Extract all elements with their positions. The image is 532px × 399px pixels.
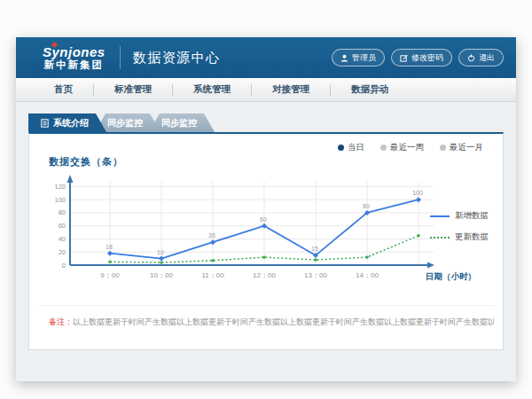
tab-system-intro[interactable]: 系统介绍	[28, 113, 106, 132]
header-divider	[120, 46, 121, 69]
svg-text:80: 80	[59, 208, 66, 216]
time-range-filter: 当日 最近一周 最近一月	[338, 142, 483, 153]
logout-button[interactable]: 退出	[458, 49, 504, 66]
nav-item-standards[interactable]: 标准管理	[94, 83, 172, 96]
svg-text:100: 100	[412, 190, 423, 196]
svg-text:0: 0	[62, 262, 66, 270]
note-divider	[38, 305, 494, 306]
tab-label: 同步监控	[161, 117, 197, 129]
app-header: Synjones 新中新集团 数据资源中心 管理员 修改密码	[16, 37, 516, 78]
logo-company-name: 新中新集团	[44, 59, 105, 70]
app-window: Synjones 新中新集团 数据资源中心 管理员 修改密码	[16, 37, 516, 381]
legend-item-new-data: 新增数据	[430, 210, 489, 222]
power-icon	[467, 54, 475, 62]
tab-label: 同步监控	[107, 117, 143, 129]
chart-legend: 新增数据 更新数据	[430, 210, 489, 243]
svg-text:13：00: 13：00	[304, 271, 327, 279]
svg-text:10: 10	[157, 249, 164, 255]
svg-text:18: 18	[106, 244, 113, 250]
legend-line-dotted-icon	[430, 237, 450, 239]
edit-icon	[400, 54, 408, 62]
radio-label: 最近一周	[390, 142, 424, 153]
chart-panel: 当日 最近一周 最近一月 数据交换（条） 1810356015801000204…	[28, 132, 504, 350]
legend-line-solid-icon	[430, 215, 450, 217]
footnote-text: 以上数据更新于时间产生数据以上数据更新于时间产生数据以上数据更新于时间产生数据以…	[73, 317, 494, 326]
tab-bar: 系统介绍 同步监控 同步监控	[28, 113, 516, 132]
svg-text:40: 40	[59, 235, 66, 243]
svg-text:60: 60	[59, 222, 66, 230]
logout-label: 退出	[479, 52, 495, 64]
nav-item-home[interactable]: 首页	[34, 83, 93, 96]
content-area: 系统介绍 同步监控 同步监控 当日 最近一周	[16, 102, 516, 350]
footnote-prefix: 备注：	[49, 317, 73, 326]
user-button[interactable]: 管理员	[332, 49, 385, 66]
nav-item-data-change[interactable]: 数据异动	[331, 83, 409, 96]
svg-text:12：00: 12：00	[253, 271, 276, 279]
document-icon	[41, 119, 49, 128]
svg-text:14：00: 14：00	[356, 271, 379, 279]
header-actions: 管理员 修改密码 退出	[332, 49, 504, 66]
page-title: 数据资源中心	[133, 50, 221, 66]
svg-text:80: 80	[363, 203, 370, 209]
radio-last-week[interactable]: 最近一周	[380, 142, 424, 153]
radio-dot-selected	[338, 145, 344, 151]
svg-text:120: 120	[54, 183, 66, 191]
svg-text:35: 35	[208, 232, 215, 239]
radio-dot	[380, 145, 387, 151]
legend-label: 更新数据	[455, 231, 489, 243]
svg-text:9：00: 9：00	[100, 271, 120, 279]
legend-label: 新增数据	[455, 210, 489, 222]
y-axis-title: 数据交换（条）	[49, 155, 123, 168]
logo: Synjones 新中新集团	[43, 45, 106, 71]
chart-svg: 1810356015801000204060801001209：0010：001…	[43, 171, 478, 293]
radio-today[interactable]: 当日	[338, 142, 364, 153]
svg-text:100: 100	[54, 196, 66, 204]
svg-text:11：00: 11：00	[201, 271, 224, 279]
svg-text:60: 60	[260, 216, 267, 223]
radio-label: 当日	[348, 142, 364, 153]
main-nav: 首页 标准管理 系统管理 对接管理 数据异动	[16, 78, 516, 102]
svg-text:10：00: 10：00	[150, 271, 173, 279]
logo-wordmark: Synjones	[43, 45, 106, 59]
footnote: 备注：以上数据更新于时间产生数据以上数据更新于时间产生数据以上数据更新于时间产生…	[49, 317, 494, 328]
svg-text:日期（小时）: 日期（小时）	[426, 271, 476, 282]
logo-text: Synjones	[43, 44, 106, 59]
radio-label: 最近一月	[450, 142, 483, 153]
tab-label: 系统介绍	[53, 117, 89, 129]
user-button-label: 管理员	[352, 52, 376, 64]
change-password-label: 修改密码	[411, 52, 443, 64]
legend-item-updated-data: 更新数据	[430, 231, 489, 243]
radio-last-month[interactable]: 最近一月	[440, 142, 483, 153]
nav-item-integration[interactable]: 对接管理	[252, 83, 330, 96]
svg-text:15: 15	[311, 246, 318, 252]
change-password-button[interactable]: 修改密码	[391, 49, 452, 66]
user-icon	[340, 54, 348, 62]
radio-dot	[440, 145, 446, 151]
nav-item-system[interactable]: 系统管理	[173, 83, 251, 96]
svg-text:20: 20	[59, 248, 66, 256]
